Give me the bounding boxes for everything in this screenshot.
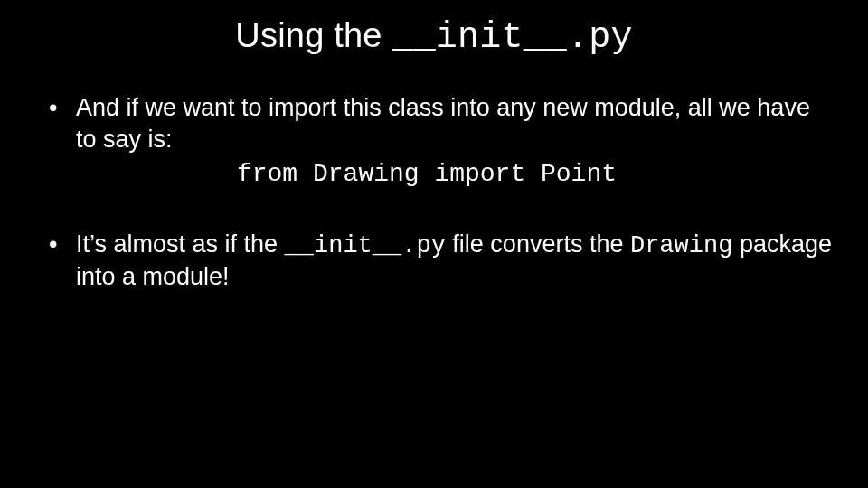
bullet-item: And if we want to import this class into…: [36, 92, 832, 191]
bullet-text-part: It’s almost as if the: [76, 230, 285, 258]
bullet-list: And if we want to import this class into…: [36, 92, 832, 293]
slide-body: And if we want to import this class into…: [0, 67, 868, 293]
slide-title: Using the __init__.py: [0, 0, 868, 67]
inline-code: Drawing: [630, 232, 732, 259]
title-text: Using the: [235, 16, 392, 54]
bullet-text-part: file converts the: [446, 230, 630, 258]
title-code: __init__.py: [392, 17, 632, 58]
bullet-text: And if we want to import this class into…: [76, 94, 810, 153]
slide: Using the __init__.py And if we want to …: [0, 0, 868, 488]
inline-code: __init__.py: [285, 232, 446, 259]
bullet-item: It’s almost as if the __init__.py file c…: [36, 229, 832, 293]
code-line: from Drawing import Point: [76, 158, 832, 191]
